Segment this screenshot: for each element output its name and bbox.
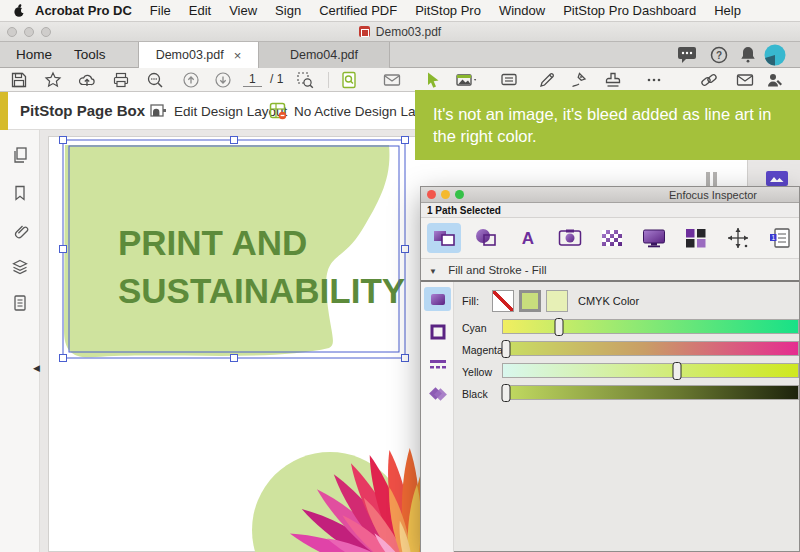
edit-design-layout-button[interactable]: Edit Design Layout: [148, 92, 287, 130]
find-icon[interactable]: [146, 71, 164, 89]
inspector-close-button[interactable]: [427, 190, 436, 199]
magenta-slider[interactable]: [502, 341, 799, 356]
paperclip-icon[interactable]: [11, 222, 29, 240]
scrollbar[interactable]: [706, 172, 710, 186]
blend-icon[interactable]: [424, 382, 451, 406]
bell-icon[interactable]: [737, 45, 759, 65]
inspector-zoom-button[interactable]: [455, 190, 464, 199]
yellow-slider-thumb[interactable]: [673, 362, 682, 380]
inspector-minimize-button[interactable]: [441, 190, 450, 199]
black-slider-thumb[interactable]: [501, 384, 510, 402]
menu-bar: Acrobat Pro DC File Edit View Sign Certi…: [0, 0, 800, 22]
menu-item-window[interactable]: Window: [490, 0, 554, 22]
menu-item-app[interactable]: Acrobat Pro DC: [26, 0, 141, 22]
tool-screen-preview[interactable]: [637, 223, 671, 253]
menu-item-view[interactable]: View: [220, 0, 266, 22]
tool-fill-stroke[interactable]: [427, 223, 461, 253]
apple-logo-icon[interactable]: [12, 3, 26, 18]
pitstop-accent-bar: [0, 92, 8, 130]
acrobat-window: Acrobat Pro DC File Edit View Sign Certi…: [0, 0, 800, 552]
email-icon[interactable]: [383, 71, 401, 89]
doc-tab-label: Demo03.pdf: [156, 48, 224, 62]
channel-row-black: Black: [454, 384, 799, 404]
tool-text[interactable]: A: [511, 223, 545, 253]
tool-image[interactable]: [553, 223, 587, 253]
svg-text:?: ?: [716, 50, 722, 61]
menu-item-file[interactable]: File: [141, 0, 180, 22]
black-slider[interactable]: [502, 385, 799, 400]
swatch-light-green[interactable]: [546, 290, 568, 312]
channel-label: Black: [462, 388, 488, 400]
collapse-pane-icon[interactable]: ◀: [33, 363, 40, 373]
people-icon[interactable]: [766, 71, 784, 89]
fill-label: Fill:: [462, 295, 479, 307]
inspector-title: Enfocus Inspector: [669, 189, 757, 201]
callout-banner: It's not an image, it's bleed added as l…: [415, 90, 800, 160]
scrollbar[interactable]: [713, 172, 717, 186]
page-total: / 1: [270, 72, 283, 86]
page-number-input[interactable]: 1: [243, 72, 262, 87]
tab-home[interactable]: Home: [2, 42, 66, 68]
stamp-icon[interactable]: [604, 71, 622, 89]
image-tool-icon[interactable]: [455, 71, 479, 89]
pitstop-select-icon[interactable]: [424, 71, 442, 89]
tool-position[interactable]: [721, 223, 755, 253]
menu-item-sign[interactable]: Sign: [266, 0, 310, 22]
pdf-image-badge-icon[interactable]: [766, 171, 788, 186]
swatch-none[interactable]: [492, 290, 514, 312]
doc-tab-demo03[interactable]: Demo03.pdf ×: [138, 42, 259, 68]
cyan-slider[interactable]: [502, 319, 799, 334]
menu-item-help[interactable]: Help: [705, 0, 750, 22]
section-title: Fill and Stroke - Fill: [448, 264, 546, 276]
tab-tools[interactable]: Tools: [60, 42, 120, 68]
star-icon[interactable]: [44, 71, 62, 89]
menu-item-edit[interactable]: Edit: [180, 0, 220, 22]
stroke-icon[interactable]: [424, 320, 451, 344]
pitstop-inspect-icon[interactable]: [340, 71, 358, 89]
menu-item-pitstop-pro[interactable]: PitStop Pro: [406, 0, 490, 22]
pencil-edit-icon[interactable]: [538, 71, 556, 89]
fill-icon[interactable]: [424, 287, 451, 311]
dash-pattern-icon[interactable]: [424, 352, 451, 376]
yellow-slider[interactable]: [502, 363, 799, 378]
more-tools-icon[interactable]: [645, 71, 663, 89]
inspector-title-bar[interactable]: Enfocus Inspector: [421, 187, 799, 203]
doc-tab-demo04[interactable]: Demo04.pdf: [259, 42, 390, 68]
pages-icon[interactable]: [11, 146, 29, 164]
swatch-active-green[interactable]: [519, 290, 541, 312]
bookmark-icon[interactable]: [11, 184, 29, 202]
save-icon[interactable]: [10, 71, 28, 89]
section-collapse-icon[interactable]: ▼: [429, 267, 437, 276]
cyan-slider-thumb[interactable]: [555, 318, 564, 336]
menu-item-certified-pdf[interactable]: Certified PDF: [310, 0, 406, 22]
tool-separations[interactable]: [679, 223, 713, 253]
tool-shapes[interactable]: [469, 223, 503, 253]
tool-prepress-info[interactable]: 1: [763, 223, 797, 253]
magenta-slider-thumb[interactable]: [501, 340, 510, 358]
window-title-bar: Demo03.pdf: [0, 22, 800, 42]
marquee-zoom-icon[interactable]: [296, 71, 314, 89]
share-upload-icon[interactable]: [78, 71, 96, 89]
tool-pattern[interactable]: [595, 223, 629, 253]
comment-note-icon[interactable]: [500, 71, 518, 89]
color-model-label: CMYK Color: [578, 295, 639, 307]
avatar[interactable]: [764, 44, 786, 66]
link-icon[interactable]: [700, 71, 718, 89]
page-indicator[interactable]: 1 / 1: [243, 72, 283, 86]
fill-stroke-section-header[interactable]: ▼ Fill and Stroke - Fill: [421, 259, 799, 282]
layers-icon[interactable]: [11, 258, 29, 276]
next-page-icon[interactable]: [214, 71, 232, 89]
send-email-icon[interactable]: [736, 71, 754, 89]
certified-pdf-icon: [359, 26, 370, 37]
comment-icon[interactable]: [676, 45, 698, 65]
nav-pane-sidebar: ◀: [0, 130, 40, 552]
previous-page-icon[interactable]: [182, 71, 200, 89]
sign-icon[interactable]: [570, 71, 588, 89]
inspector-status-bar: 1 Path Selected: [421, 203, 799, 218]
help-icon[interactable]: ?: [708, 45, 730, 65]
tagged-content-icon[interactable]: [11, 294, 29, 312]
fill-stroke-side-tabs: [421, 282, 454, 552]
close-tab-icon[interactable]: ×: [234, 48, 242, 63]
print-icon[interactable]: [112, 71, 130, 89]
menu-item-pitstop-dashboard[interactable]: PitStop Pro Dashboard: [554, 0, 705, 22]
